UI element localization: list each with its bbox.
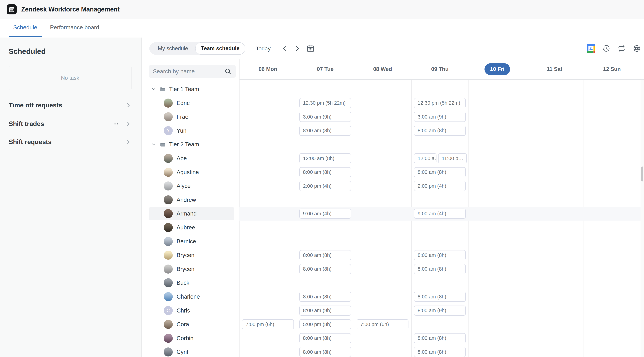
shift-chip[interactable]: 8:00 am (8h) [414, 126, 466, 136]
day-header-6[interactable]: 12 Sun [583, 59, 640, 79]
scheduled-heading: Scheduled [9, 47, 46, 56]
shift-chip[interactable]: 8:00 am (8h) [300, 264, 351, 274]
schedule-history-button[interactable] [601, 43, 611, 53]
day-header-0[interactable]: 06 Mon [239, 59, 296, 79]
today-button[interactable]: Today [252, 42, 274, 55]
member-name: Edric [176, 100, 190, 106]
shift-chip[interactable]: 12:00 am (8h) [300, 153, 351, 163]
team-group-row[interactable]: Tier 1 Team [149, 82, 239, 96]
shift-chip[interactable]: 5:00 pm (8h) [300, 319, 351, 329]
member-row[interactable]: Cyril [149, 345, 239, 357]
next-week-button[interactable] [292, 42, 302, 55]
shift-chip[interactable]: 2:00 pm (4h) [414, 181, 466, 191]
shift-chip[interactable]: 8:00 am (8h) [300, 126, 351, 136]
member-row[interactable]: CChris [149, 304, 239, 318]
team-group-row[interactable]: Tier 2 Team [149, 137, 239, 151]
shift-chip[interactable]: 3:00 am (9h) [300, 112, 351, 122]
chevron-down-icon[interactable] [151, 142, 156, 147]
calendar-icon [306, 44, 315, 53]
vertical-scrollbar[interactable] [640, 80, 644, 357]
shift-chip[interactable]: 3:00 am (9h) [414, 112, 466, 122]
shift-chip[interactable]: 8:00 am (9h) [414, 306, 466, 316]
day-header-1[interactable]: 07 Tue [296, 59, 354, 79]
day-header-3[interactable]: 09 Thu [411, 59, 469, 79]
shift-chip[interactable]: 8:00 am (8h) [414, 347, 466, 357]
timezone-button[interactable] [632, 43, 642, 53]
member-name: Aubree [176, 224, 195, 231]
day-header-5[interactable]: 11 Sat [526, 59, 583, 79]
shift-chip[interactable]: 12:00 a… [414, 153, 436, 163]
shift-chip[interactable]: 8:00 am (8h) [414, 292, 466, 302]
shift-sync-button[interactable] [616, 43, 626, 53]
previous-week-button[interactable] [280, 42, 290, 55]
shift-chip[interactable]: 8:00 am (8h) [414, 250, 466, 260]
shift-chip[interactable]: 8:00 am (8h) [414, 167, 466, 177]
member-row[interactable]: YYun [149, 124, 239, 138]
member-row[interactable]: Edric [149, 96, 239, 110]
search-box [149, 65, 236, 78]
shift-chip[interactable]: 7:00 pm (6h) [242, 319, 294, 329]
shift-chip[interactable]: 12:30 pm (5h 22m) [414, 98, 466, 108]
clock-history-icon [602, 44, 611, 53]
shift-chip[interactable]: 8:00 am (8h) [414, 264, 466, 274]
member-name: Abe [176, 155, 187, 162]
chevron-right-icon [294, 45, 301, 52]
schedule-view-toggle: My schedule Team schedule [149, 42, 245, 55]
member-row[interactable]: Cora [149, 317, 239, 331]
member-name: Charlene [176, 293, 200, 300]
chevron-right-icon [125, 102, 132, 108]
search-input[interactable] [152, 68, 224, 75]
member-row[interactable]: Agustina [149, 165, 239, 179]
member-row[interactable]: Brycen [149, 248, 239, 262]
folder-icon [160, 141, 166, 147]
member-name: Cyril [176, 349, 188, 355]
scrollbar-thumb[interactable] [641, 166, 643, 181]
team-schedule-button[interactable]: Team schedule [195, 42, 245, 55]
sidebar-item-time-off-requests[interactable]: Time off requests [9, 100, 132, 111]
sidebar-item-shift-requests[interactable]: Shift requests [9, 136, 132, 148]
tab-performance-board[interactable]: Performance board [46, 19, 104, 37]
member-row[interactable]: Andrew [149, 193, 239, 207]
day-header-2[interactable]: 08 Wed [354, 59, 411, 79]
overflow-menu-icon[interactable] [112, 120, 119, 127]
svg-text:31: 31 [589, 47, 593, 50]
shift-chip[interactable]: 9:00 am (4h) [414, 209, 466, 219]
shift-chip[interactable]: 8:00 am (8h) [300, 250, 351, 260]
member-name: Agustina [176, 169, 199, 176]
member-row[interactable]: Charlene [149, 290, 239, 304]
chevron-down-icon[interactable] [151, 86, 156, 92]
member-name: Andrew [176, 197, 196, 203]
tab-schedule[interactable]: Schedule [9, 19, 42, 37]
shift-chip[interactable]: 8:00 am (8h) [300, 333, 351, 343]
shift-chip[interactable]: 8:00 am (8h) [414, 333, 466, 343]
member-row[interactable]: Aubree [149, 221, 239, 235]
member-row[interactable]: Alyce [149, 179, 239, 193]
shift-chip[interactable]: 7:00 pm (6h) [356, 319, 408, 329]
workforce-management-app: Zendesk Workforce Management Schedule Pe… [0, 0, 644, 357]
member-name: Chris [176, 307, 190, 314]
sidebar-item-label: Time off requests [9, 102, 125, 109]
google-calendar-sync-button[interactable]: 31 [586, 43, 596, 53]
shift-chip[interactable]: 8:00 am (8h) [300, 167, 351, 177]
member-row[interactable]: Buck [149, 276, 239, 290]
shift-chip[interactable]: 8:00 am (8h) [300, 292, 351, 302]
avatar [164, 168, 173, 177]
member-row[interactable]: Frae [149, 110, 239, 124]
day-header-4[interactable]: 10 Fri [468, 59, 526, 79]
member-row[interactable]: Armand [149, 207, 239, 221]
member-row[interactable]: Brycen [149, 262, 239, 276]
shift-chip[interactable]: 8:00 am (8h) [300, 347, 351, 357]
member-name: Alyce [176, 183, 191, 189]
member-row[interactable]: Abe [149, 151, 239, 165]
shift-chip[interactable]: 9:00 am (4h) [300, 209, 351, 219]
my-schedule-button[interactable]: My schedule [149, 42, 196, 55]
shift-chip[interactable]: 12:30 pm (5h 22m) [300, 98, 351, 108]
globe-clock-icon [632, 44, 642, 53]
member-row[interactable]: Bernice [149, 235, 239, 248]
shift-chip[interactable]: 8:00 am (9h) [300, 306, 351, 316]
shift-chip[interactable]: 11:00 p… [438, 153, 467, 163]
shift-chip[interactable]: 2:00 pm (4h) [300, 181, 351, 191]
member-row[interactable]: Corbin [149, 331, 239, 345]
date-picker-button[interactable] [306, 43, 316, 53]
sidebar-item-shift-trades[interactable]: Shift trades [9, 118, 132, 129]
